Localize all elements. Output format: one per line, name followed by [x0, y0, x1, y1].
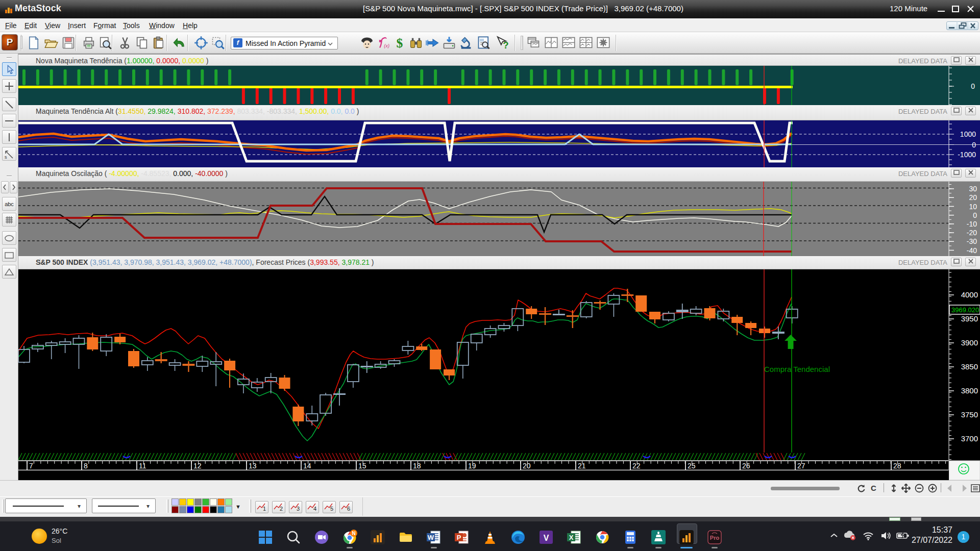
- svg-text:-10: -10: [967, 220, 977, 228]
- svg-text:6: 6: [347, 506, 350, 512]
- svg-text:20: 20: [969, 193, 977, 202]
- svg-text:X: X: [569, 534, 574, 541]
- svg-text:3800: 3800: [961, 386, 978, 395]
- svg-text:5: 5: [330, 506, 333, 512]
- svg-text:4: 4: [313, 506, 316, 512]
- svg-text:P: P: [457, 534, 461, 541]
- svg-text:21: 21: [578, 462, 586, 470]
- svg-text:14: 14: [303, 462, 311, 470]
- svg-text:30: 30: [969, 185, 977, 193]
- svg-text:0: 0: [972, 141, 976, 149]
- svg-text:-20: -20: [967, 229, 977, 237]
- svg-text:15: 15: [358, 462, 366, 470]
- svg-text:0: 0: [973, 211, 977, 219]
- svg-text:19: 19: [468, 462, 476, 470]
- svg-text:7: 7: [29, 462, 33, 470]
- svg-text:Compra Tendencial: Compra Tendencial: [764, 365, 830, 373]
- svg-text:Pro: Pro: [710, 535, 720, 541]
- svg-text:25: 25: [688, 462, 696, 470]
- svg-text:0: 0: [971, 82, 975, 90]
- svg-text:3969.020: 3969.020: [951, 306, 979, 314]
- svg-text:10: 10: [969, 203, 977, 211]
- svg-text:2: 2: [280, 506, 283, 512]
- svg-text:26: 26: [742, 462, 750, 470]
- svg-text:W: W: [428, 534, 434, 541]
- svg-text:27: 27: [797, 462, 805, 470]
- svg-text:-30: -30: [967, 237, 977, 245]
- svg-text:N: N: [352, 531, 355, 536]
- svg-text:3750: 3750: [961, 410, 978, 419]
- svg-text:11: 11: [139, 462, 146, 470]
- svg-text:20: 20: [523, 462, 531, 470]
- svg-text:22: 22: [632, 462, 641, 470]
- svg-text:13: 13: [249, 462, 257, 470]
- svg-text:V: V: [544, 534, 549, 542]
- svg-text:8: 8: [84, 462, 88, 470]
- svg-text:-40: -40: [967, 246, 977, 255]
- svg-text:1: 1: [263, 506, 266, 512]
- svg-text:1000: 1000: [960, 130, 976, 138]
- svg-text:28: 28: [893, 462, 901, 470]
- svg-text:3850: 3850: [961, 362, 978, 371]
- svg-text:3950: 3950: [961, 314, 978, 323]
- svg-text:3700: 3700: [961, 434, 978, 443]
- svg-text:3900: 3900: [961, 338, 978, 347]
- svg-text:18: 18: [413, 462, 421, 470]
- svg-text:abc: abc: [5, 201, 14, 207]
- svg-text:12: 12: [193, 462, 202, 470]
- svg-text:4000: 4000: [961, 290, 978, 299]
- svg-text:3: 3: [297, 506, 300, 512]
- svg-text:s: s: [5, 155, 7, 160]
- svg-text:-1000: -1000: [958, 151, 976, 159]
